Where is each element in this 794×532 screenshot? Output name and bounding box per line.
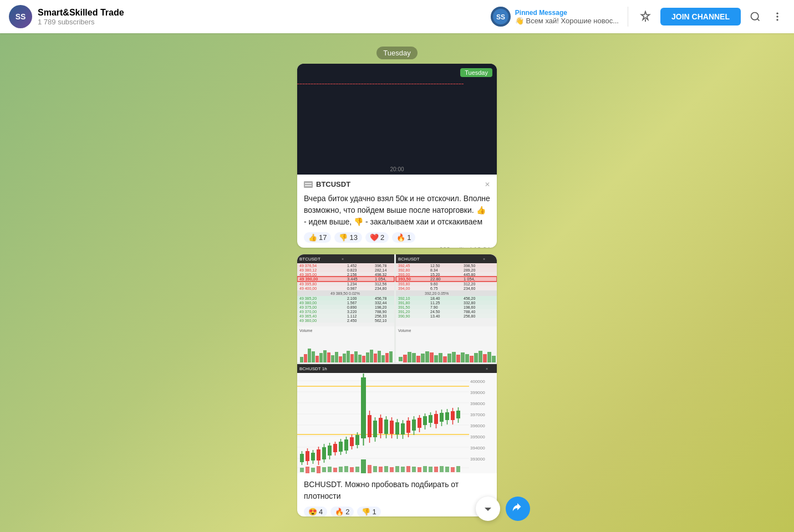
reaction-count-3: 2 bbox=[380, 233, 384, 242]
svg-rect-172 bbox=[347, 351, 350, 362]
reaction-count-2: 13 bbox=[349, 233, 357, 242]
svg-rect-163 bbox=[312, 351, 315, 362]
svg-text:49 395,80: 49 395,80 bbox=[299, 282, 317, 286]
reaction-thumbsdown[interactable]: 👎 13 bbox=[334, 232, 362, 243]
svg-text:49 385,00: 49 385,00 bbox=[299, 273, 317, 277]
pinned-message[interactable]: SS Pinned Message 👋 Всем хай! Хорошие но… bbox=[491, 7, 619, 27]
svg-text:12.50: 12.50 bbox=[430, 264, 440, 268]
svg-text:49 375,00: 49 375,00 bbox=[299, 305, 317, 309]
svg-point-7 bbox=[776, 16, 778, 17]
svg-rect-170 bbox=[339, 356, 342, 362]
svg-text:22.80: 22.80 bbox=[430, 277, 441, 282]
svg-text:BCHUSDT  1h: BCHUSDT 1h bbox=[299, 366, 327, 371]
message-1-text: Вчера биток удачно взял 50к и не отскочи… bbox=[304, 193, 490, 228]
svg-text:1 054,: 1 054, bbox=[464, 277, 475, 282]
svg-text:9.60: 9.60 bbox=[430, 282, 438, 286]
svg-rect-241 bbox=[421, 354, 425, 362]
svg-text:1.234: 1.234 bbox=[347, 282, 357, 286]
svg-rect-317 bbox=[368, 415, 371, 437]
svg-rect-251 bbox=[465, 354, 469, 362]
forward-icon bbox=[512, 503, 524, 515]
reaction-emoji-2: 👎 bbox=[339, 233, 348, 242]
svg-rect-371 bbox=[317, 466, 320, 473]
svg-rect-180 bbox=[378, 351, 381, 362]
reaction-emoji-5: 😍 bbox=[308, 508, 317, 516]
svg-text:394000: 394000 bbox=[470, 446, 485, 451]
reaction-count-7: 1 bbox=[372, 508, 376, 516]
svg-rect-302 bbox=[339, 442, 343, 452]
svg-text:282,14: 282,14 bbox=[375, 268, 387, 272]
reaction-fire[interactable]: 🔥 1 bbox=[392, 232, 415, 243]
svg-text:445,80: 445,80 bbox=[464, 273, 476, 277]
svg-text:1.452: 1.452 bbox=[347, 264, 357, 268]
svg-rect-350 bbox=[429, 415, 432, 423]
svg-rect-284 bbox=[306, 451, 309, 461]
svg-rect-329 bbox=[390, 421, 394, 434]
svg-rect-161 bbox=[304, 354, 307, 362]
svg-rect-356 bbox=[440, 413, 444, 422]
scroll-to-bottom-button[interactable] bbox=[476, 497, 500, 521]
svg-rect-374 bbox=[333, 468, 337, 472]
join-channel-button[interactable]: JOIN CHANNEL bbox=[660, 8, 741, 25]
svg-rect-391 bbox=[429, 467, 432, 472]
svg-rect-326 bbox=[384, 420, 388, 434]
reaction-thumbsup[interactable]: 👍 17 bbox=[304, 232, 331, 243]
svg-rect-192 bbox=[396, 268, 497, 272]
share-forward-button[interactable] bbox=[506, 497, 530, 521]
svg-text:18.40: 18.40 bbox=[430, 296, 440, 300]
svg-rect-179 bbox=[374, 354, 377, 362]
svg-rect-175 bbox=[358, 355, 362, 362]
reaction-emoji-1: 👍 bbox=[308, 233, 317, 242]
svg-text:392,45: 392,45 bbox=[398, 264, 410, 268]
pin-button[interactable] bbox=[637, 8, 654, 25]
svg-rect-246 bbox=[443, 356, 447, 362]
views-count: 663 bbox=[430, 246, 450, 248]
svg-rect-253 bbox=[474, 353, 478, 362]
svg-rect-373 bbox=[328, 467, 332, 472]
svg-text:49 360,00: 49 360,00 bbox=[299, 319, 317, 323]
svg-text:1.112: 1.112 bbox=[347, 314, 357, 318]
svg-text:234,80: 234,80 bbox=[375, 287, 387, 290]
svg-rect-332 bbox=[395, 422, 399, 434]
svg-rect-243 bbox=[430, 352, 434, 362]
svg-text:Volume: Volume bbox=[398, 329, 411, 332]
svg-rect-359 bbox=[445, 412, 449, 420]
svg-rect-214 bbox=[396, 296, 497, 300]
reaction-thumbsdown-2[interactable]: 👎 1 bbox=[357, 507, 380, 516]
svg-rect-165 bbox=[319, 353, 323, 362]
svg-rect-258 bbox=[297, 364, 497, 473]
svg-rect-182 bbox=[385, 353, 389, 362]
svg-text:SS: SS bbox=[496, 13, 505, 21]
svg-rect-218 bbox=[396, 300, 497, 305]
reaction-heart-eyes[interactable]: 😍 4 bbox=[304, 507, 327, 516]
channel-info: Smart&Skilled Trade 1 789 subscribers bbox=[38, 8, 491, 26]
svg-text:×: × bbox=[342, 257, 344, 261]
svg-rect-168 bbox=[331, 355, 334, 362]
chart-background bbox=[297, 64, 497, 175]
svg-text:398000: 398000 bbox=[470, 401, 485, 406]
svg-text:234,60: 234,60 bbox=[464, 287, 476, 290]
svg-rect-390 bbox=[423, 466, 427, 472]
reaction-heart[interactable]: ❤️ 2 bbox=[365, 232, 389, 243]
message-2: BTCUSDT × 49 376,54 1.452 396,78 49 380,… bbox=[297, 254, 497, 516]
svg-rect-181 bbox=[381, 355, 385, 362]
btc-chart: 50 000,0 49 800,0 49 600,0 49 400,0 49 2… bbox=[297, 64, 497, 175]
search-button[interactable] bbox=[747, 9, 763, 24]
reaction-fire-2[interactable]: 🔥 2 bbox=[330, 507, 354, 516]
ticker-close[interactable]: ✕ bbox=[485, 181, 490, 188]
svg-text:13.40: 13.40 bbox=[430, 314, 440, 318]
svg-rect-166 bbox=[323, 350, 327, 362]
svg-rect-247 bbox=[447, 354, 451, 362]
more-options-button[interactable] bbox=[770, 9, 785, 24]
svg-text:498,32: 498,32 bbox=[375, 273, 387, 277]
pinned-content: 👋 Всем хай! Хорошие новос... bbox=[515, 17, 619, 25]
svg-text:393,00: 393,00 bbox=[398, 273, 410, 277]
svg-text:1.567: 1.567 bbox=[347, 301, 357, 305]
svg-text:392,80: 392,80 bbox=[398, 268, 410, 272]
channel-avatar[interactable]: SS bbox=[9, 5, 32, 28]
ticker-icon bbox=[304, 181, 313, 188]
svg-text:788,90: 788,90 bbox=[375, 310, 387, 314]
reaction-count-4: 1 bbox=[407, 233, 411, 242]
message-2-reactions: 😍 4 🔥 2 👎 1 bbox=[304, 507, 490, 516]
svg-text:399000: 399000 bbox=[470, 390, 485, 395]
